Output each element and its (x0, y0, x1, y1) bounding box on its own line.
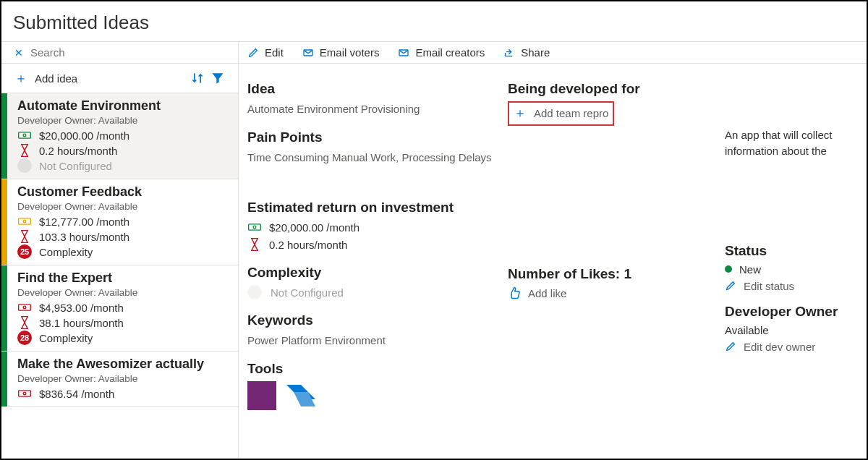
status-value: New (739, 263, 761, 276)
search-row[interactable]: ✕ (1, 42, 238, 64)
idea-description: An app that will collect information abo… (725, 81, 858, 159)
svg-rect-6 (19, 391, 31, 396)
idea-owner: Developer Owner: Available (17, 115, 229, 126)
keywords-heading: Keywords (247, 312, 493, 328)
money-icon (17, 386, 32, 401)
share-icon (503, 47, 515, 59)
keywords-value: Power Platform Environment (247, 333, 493, 348)
svg-rect-2 (19, 218, 31, 224)
mail-icon (398, 47, 409, 59)
sidebar: ✕ ＋ Add idea Automate Environment Develo… (1, 41, 239, 459)
complexity-dot-icon (17, 158, 32, 173)
complexity-heading: Complexity (247, 265, 493, 281)
list-item[interactable]: Make the Awesomizer actually Developer O… (1, 352, 238, 407)
page-header: Submitted Ideas (1, 1, 867, 41)
idea-cost: $4,953.00 /month (39, 302, 124, 314)
toolbar: Edit Email voters Email creators Share (239, 41, 867, 64)
edit-button[interactable]: Edit (247, 46, 284, 59)
filter-icon[interactable] (210, 71, 225, 85)
status-strip (1, 352, 7, 406)
being-developed-heading: Being developed for (508, 81, 710, 97)
likes-heading: Number of Likes: 1 (508, 266, 710, 282)
idea-heading: Idea (247, 81, 493, 97)
thumbs-up-icon (508, 286, 521, 299)
list-item[interactable]: Customer Feedback Developer Owner: Avail… (1, 179, 238, 265)
edit-dev-owner-label: Edit dev owner (744, 341, 815, 353)
idea-cost: $836.54 /month (39, 388, 114, 400)
add-like-button[interactable]: Add like (508, 286, 710, 299)
idea-title: Make the Awesomizer actually (17, 357, 229, 372)
detail-col-2: Being developed for ＋ Add team repro Num… (508, 81, 710, 459)
timer-icon (17, 315, 32, 330)
edit-status-label: Edit status (744, 280, 794, 292)
share-label: Share (521, 46, 550, 59)
share-button[interactable]: Share (503, 46, 550, 59)
idea-complexity: Not Configured (39, 160, 112, 172)
svg-point-5 (23, 306, 26, 309)
list-item[interactable]: Find the Expert Developer Owner: Availab… (1, 265, 238, 352)
list-item[interactable]: Automate Environment Developer Owner: Av… (1, 93, 238, 179)
email-creators-button[interactable]: Email creators (398, 46, 485, 59)
idea-cost: $20,000.00 /month (39, 129, 129, 142)
page-title: Submitted Ideas (13, 12, 855, 34)
roi-hours: 0.2 hours/month (269, 239, 347, 251)
roi-cost: $20,000.00 /month (269, 221, 359, 234)
powerautomate-icon (286, 381, 315, 410)
pencil-icon (725, 341, 736, 352)
pain-points-value: Time Consuming Manual Work, Processing D… (247, 150, 493, 165)
detail-col-3: An app that will collect information abo… (725, 81, 858, 459)
email-voters-label: Email voters (320, 46, 380, 59)
edit-dev-owner-button[interactable]: Edit dev owner (725, 341, 858, 353)
tools-heading: Tools (247, 361, 493, 377)
status-strip (1, 179, 7, 265)
clear-search-icon[interactable]: ✕ (14, 47, 23, 59)
sort-icon[interactable] (190, 71, 205, 85)
svg-rect-0 (19, 132, 31, 138)
svg-point-11 (253, 226, 256, 229)
complexity-value: Not Configured (271, 286, 344, 299)
complexity-dot-icon (247, 285, 262, 299)
idea-hours: 103.3 hours/month (39, 231, 129, 243)
idea-complexity: Complexity (39, 246, 93, 258)
dev-owner-heading: Developer Owner (725, 304, 858, 320)
status-strip (1, 93, 7, 179)
powerapps-icon (247, 381, 276, 410)
money-icon (17, 300, 32, 315)
idea-owner: Developer Owner: Available (17, 373, 229, 384)
idea-title: Automate Environment (17, 98, 229, 114)
email-creators-label: Email creators (415, 46, 485, 59)
idea-hours: 38.1 hours/month (39, 317, 124, 329)
idea-cost: $12,777.00 /month (39, 216, 129, 228)
timer-icon (17, 229, 32, 244)
idea-hours: 0.2 hours/month (39, 145, 117, 157)
email-voters-button[interactable]: Email voters (302, 46, 380, 59)
mail-icon (302, 47, 314, 59)
status-heading: Status (725, 243, 858, 259)
add-team-highlight: ＋ Add team repro (508, 101, 614, 126)
status-strip (1, 265, 7, 351)
add-team-button[interactable]: ＋ Add team repro (514, 104, 608, 122)
complexity-badge: 28 (17, 331, 32, 345)
status-dot-icon (725, 265, 732, 273)
idea-owner: Developer Owner: Available (17, 201, 229, 212)
svg-rect-4 (19, 304, 31, 310)
pencil-icon (247, 47, 259, 59)
svg-point-1 (23, 134, 26, 137)
idea-title: Customer Feedback (17, 184, 229, 200)
pain-points-heading: Pain Points (247, 129, 493, 145)
money-icon (17, 128, 32, 142)
svg-rect-10 (249, 224, 261, 230)
edit-label: Edit (265, 46, 284, 59)
detail-panel: Edit Email voters Email creators Share (239, 41, 867, 459)
add-idea-row[interactable]: ＋ Add idea (1, 64, 238, 93)
pencil-icon (725, 280, 736, 291)
complexity-badge: 25 (17, 244, 32, 259)
idea-owner: Developer Owner: Available (17, 287, 229, 298)
money-icon (247, 220, 262, 234)
edit-status-button[interactable]: Edit status (725, 280, 858, 292)
money-icon (17, 214, 32, 229)
add-like-label: Add like (528, 287, 566, 299)
timer-icon (247, 237, 262, 252)
search-input[interactable] (30, 46, 225, 59)
detail-col-1: Idea Automate Environment Provisioning P… (247, 81, 493, 459)
